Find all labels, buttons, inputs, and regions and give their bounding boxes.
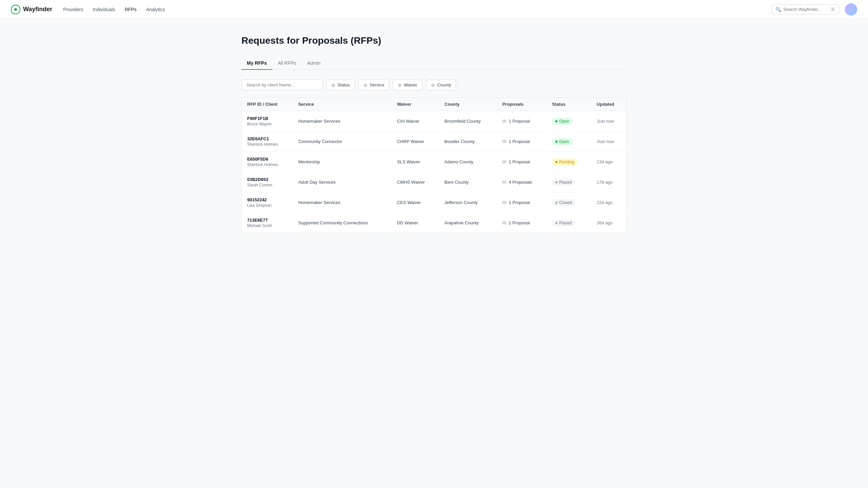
col-waiver: Waiver — [392, 98, 439, 111]
proposals-count: 1 Proposal — [509, 159, 530, 164]
avatar-image — [845, 3, 857, 16]
cell-waiver-4: CES Waiver — [392, 192, 439, 213]
cell-updated-4: 22d ago — [591, 192, 626, 213]
rfp-table: RFP ID / Client Service Waiver County Pr… — [242, 98, 626, 233]
col-rfp-id: RFP ID / Client — [242, 98, 293, 111]
client-search-input[interactable] — [241, 79, 323, 90]
col-updated: Updated — [591, 98, 626, 111]
status-filter-label: Status — [337, 82, 350, 87]
logo[interactable]: Wayfinder — [11, 5, 52, 14]
proposals-count: 4 Proposals — [509, 180, 532, 185]
waiver-filter-label: Waiver — [404, 82, 417, 87]
table-row[interactable]: 32E6AFC1 Sherlock Holmes Community Conne… — [242, 131, 626, 152]
county-filter-button[interactable]: ⊕ County — [426, 80, 456, 90]
cell-rfp-id-4: 90152242 Lisa Simpson — [242, 192, 293, 213]
mail-icon: ✉ — [502, 179, 507, 185]
nav-links: Providers Individuals RFPs Analytics — [63, 7, 761, 12]
status-badge: Open — [552, 118, 572, 125]
status-dot — [555, 141, 557, 143]
mail-icon: ✉ — [502, 118, 507, 124]
tab-admin[interactable]: Admin — [302, 57, 326, 70]
cell-updated-1: Just now — [591, 131, 626, 152]
cell-proposals-1: ✉ 1 Proposal — [497, 131, 547, 152]
search-input[interactable] — [783, 7, 828, 12]
status-badge: Closed — [552, 199, 575, 206]
table-row[interactable]: 90152242 Lisa Simpson Homemaker Services… — [242, 192, 626, 213]
nav-right: 🔍 ✕ — [772, 3, 857, 16]
proposals-count: 1 Proposal — [509, 220, 530, 225]
cell-status-3: Placed — [547, 172, 591, 192]
cell-status-4: Closed — [547, 192, 591, 213]
status-badge: Open — [552, 138, 572, 145]
cell-county-0: Broomfield County — [439, 111, 497, 131]
logo-icon — [11, 5, 20, 14]
status-filter-icon: ⊕ — [331, 82, 335, 88]
navbar: Wayfinder Providers Individuals RFPs Ana… — [0, 0, 868, 19]
proposals-count: 1 Proposal — [509, 139, 530, 144]
avatar[interactable] — [845, 3, 857, 16]
cell-rfp-id-0: F90F1F1B Bruce Wayne — [242, 111, 293, 131]
nav-analytics[interactable]: Analytics — [146, 7, 165, 12]
mail-icon: ✉ — [502, 159, 507, 165]
nav-providers[interactable]: Providers — [63, 7, 83, 12]
service-filter-button[interactable]: ⊕ Service — [358, 80, 389, 90]
table-header-row: RFP ID / Client Service Waiver County Pr… — [242, 98, 626, 111]
mail-icon: ✉ — [502, 220, 507, 226]
mail-icon: ✉ — [502, 200, 507, 206]
cell-updated-0: Just now — [591, 111, 626, 131]
rfp-table-container: RFP ID / Client Service Waiver County Pr… — [241, 97, 627, 233]
waiver-filter-button[interactable]: ⊕ Waiver — [393, 80, 422, 90]
service-filter-icon: ⊕ — [363, 82, 368, 88]
svg-point-1 — [15, 8, 17, 11]
table-row[interactable]: F90F1F1B Bruce Wayne Homemaker Services … — [242, 111, 626, 131]
cell-rfp-id-2: E650F5D6 Sherlock Holmes — [242, 152, 293, 172]
proposals-count: 1 Proposal — [509, 200, 530, 205]
cell-proposals-0: ✉ 1 Proposal — [497, 111, 547, 131]
service-filter-label: Service — [370, 82, 384, 87]
search-box: 🔍 ✕ — [772, 4, 840, 15]
status-badge: Placed — [552, 220, 575, 226]
cell-service-4: Homemaker Services — [293, 192, 392, 213]
cell-status-0: Open — [547, 111, 591, 131]
table-row[interactable]: 03B2D653 Sarah Connor Adult Day Services… — [242, 172, 626, 192]
status-dot — [555, 202, 557, 204]
table-row[interactable]: E650F5D6 Sherlock Holmes Mentorship SLS … — [242, 152, 626, 172]
county-filter-icon: ⊕ — [431, 82, 435, 88]
col-county: County — [439, 98, 497, 111]
table-row[interactable]: 713E6E77 Michael Scott Supported Communi… — [242, 213, 626, 233]
tab-all-rfps[interactable]: All RFPs — [272, 57, 301, 70]
cell-proposals-5: ✉ 1 Proposal — [497, 213, 547, 233]
cell-rfp-id-1: 32E6AFC1 Sherlock Holmes — [242, 131, 293, 152]
cell-status-5: Placed — [547, 213, 591, 233]
cell-status-2: Pending — [547, 152, 591, 172]
cell-proposals-4: ✉ 1 Proposal — [497, 192, 547, 213]
county-filter-label: County — [437, 82, 451, 87]
cell-waiver-3: CMHS Waiver — [392, 172, 439, 192]
cell-service-3: Adult Day Services — [293, 172, 392, 192]
col-service: Service — [293, 98, 392, 111]
page-title: Requests for Proposals (RFPs) — [241, 35, 627, 46]
cell-waiver-1: CHRP Waiver — [392, 131, 439, 152]
mail-icon: ✉ — [502, 139, 507, 145]
nav-rfps[interactable]: RFPs — [125, 7, 137, 12]
cell-waiver-0: CIH Waiver — [392, 111, 439, 131]
cell-service-1: Community Connector — [293, 131, 392, 152]
status-filter-button[interactable]: ⊕ Status — [326, 80, 355, 90]
cell-service-5: Supported Community Connections — [293, 213, 392, 233]
search-clear-button[interactable]: ✕ — [830, 7, 836, 12]
cell-waiver-5: DD Waiver — [392, 213, 439, 233]
cell-proposals-2: ✉ 1 Proposal — [497, 152, 547, 172]
cell-proposals-3: ✉ 4 Proposals — [497, 172, 547, 192]
tab-my-rfps[interactable]: My RFPs — [241, 57, 272, 70]
filters: ⊕ Status ⊕ Service ⊕ Waiver ⊕ County — [241, 79, 627, 90]
status-badge: Placed — [552, 179, 575, 186]
cell-rfp-id-5: 713E6E77 Michael Scott — [242, 213, 293, 233]
nav-individuals[interactable]: Individuals — [93, 7, 115, 12]
logo-text: Wayfinder — [23, 6, 52, 13]
cell-county-4: Jefferson County — [439, 192, 497, 213]
tabs: My RFPs All RFPs Admin — [241, 57, 627, 70]
status-dot — [555, 222, 557, 224]
cell-updated-3: 17d ago — [591, 172, 626, 192]
col-status: Status — [547, 98, 591, 111]
status-dot — [555, 120, 557, 122]
